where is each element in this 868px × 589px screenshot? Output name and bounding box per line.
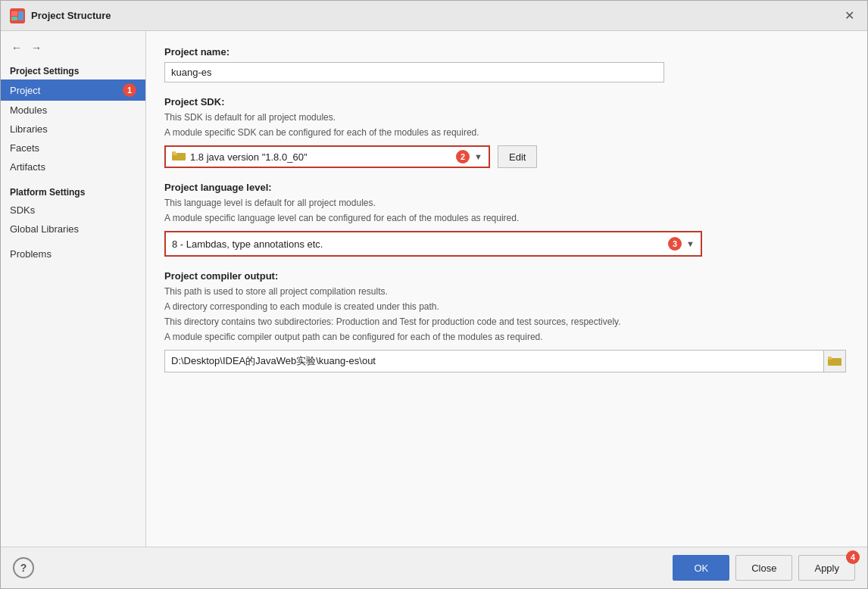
- project-lang-title: Project language level:: [164, 182, 849, 193]
- platform-settings-header: Platform Settings: [1, 182, 145, 201]
- sidebar-item-problems[interactable]: Problems: [1, 245, 145, 263]
- sidebar-item-global-libraries-label: Global Libraries: [10, 223, 79, 235]
- project-lang-desc2: A module specific language level can be …: [164, 211, 849, 225]
- sidebar-item-libraries-label: Libraries: [10, 123, 48, 135]
- sidebar: ← → Project Settings Project 1 Modules L…: [1, 31, 146, 547]
- svg-rect-1: [11, 17, 17, 20]
- bottom-left: ?: [13, 557, 34, 578]
- sidebar-item-problems-label: Problems: [10, 248, 52, 260]
- compiler-output-row: [164, 350, 849, 372]
- apply-button-wrap: Apply 4: [798, 555, 855, 581]
- help-button[interactable]: ?: [13, 557, 34, 578]
- lang-value-text: 8 - Lambdas, type annotations etc.: [172, 238, 657, 250]
- sidebar-divider-2: [1, 238, 145, 245]
- sidebar-item-facets-label: Facets: [10, 142, 39, 154]
- sidebar-item-artifacts[interactable]: Artifacts: [1, 157, 145, 176]
- compiler-output-input[interactable]: [164, 350, 823, 372]
- compiler-output-folder-button[interactable]: [823, 350, 846, 372]
- language-dropdown[interactable]: 8 - Lambdas, type annotations etc. 3 ▼: [164, 231, 702, 257]
- sidebar-item-artifacts-label: Artifacts: [10, 161, 45, 173]
- compiler-output-desc3: This directory contains two subdirectori…: [164, 315, 849, 329]
- svg-rect-2: [18, 11, 23, 20]
- project-sdk-title: Project SDK:: [164, 96, 849, 108]
- sidebar-divider-1: [1, 176, 145, 182]
- nav-arrows: ← →: [1, 37, 145, 61]
- sidebar-item-modules-label: Modules: [10, 104, 47, 116]
- sdk-folder-icon: [172, 151, 186, 164]
- title-bar-left: Project Structure: [10, 8, 111, 23]
- compiler-output-desc2: A directory corresponding to each module…: [164, 300, 849, 313]
- project-sdk-desc1: This SDK is default for all project modu…: [164, 111, 849, 124]
- sidebar-item-libraries[interactable]: Libraries: [1, 120, 145, 139]
- project-name-label: Project name:: [164, 46, 849, 58]
- sidebar-item-project[interactable]: Project 1: [1, 79, 145, 101]
- apply-badge: 4: [846, 550, 860, 564]
- project-structure-dialog: Project Structure ✕ ← → Project Settings…: [0, 0, 868, 589]
- sidebar-item-project-label: Project: [10, 85, 40, 96]
- project-lang-desc1: This language level is default for all p…: [164, 196, 849, 210]
- ok-button[interactable]: OK: [673, 555, 729, 581]
- sidebar-item-facets[interactable]: Facets: [1, 139, 145, 157]
- content-panel: Project name: Project SDK: This SDK is d…: [146, 31, 867, 547]
- sdk-edit-button[interactable]: Edit: [498, 145, 537, 168]
- lang-dropdown-arrow: ▼: [686, 239, 695, 248]
- sdk-dropdown-arrow: ▼: [474, 152, 482, 161]
- sidebar-item-global-libraries[interactable]: Global Libraries: [1, 220, 145, 238]
- sdk-value-text: 1.8 java version "1.8.0_60": [190, 151, 445, 163]
- project-sdk-desc2: A module specific SDK can be configured …: [164, 126, 849, 139]
- sdk-dropdown[interactable]: 1.8 java version "1.8.0_60" 2 ▼: [164, 145, 490, 168]
- svg-rect-0: [11, 11, 17, 16]
- sidebar-item-sdks-label: SDKs: [10, 204, 35, 216]
- bottom-bar: ? OK Close Apply 4: [1, 547, 867, 588]
- app-icon: [10, 8, 25, 23]
- main-content: ← → Project Settings Project 1 Modules L…: [1, 31, 867, 547]
- nav-forward-button[interactable]: →: [28, 40, 45, 55]
- sdk-row: 1.8 java version "1.8.0_60" 2 ▼ Edit: [164, 145, 849, 168]
- close-dialog-button[interactable]: ✕: [840, 7, 858, 25]
- bottom-right: OK Close Apply 4: [673, 555, 855, 581]
- project-settings-header: Project Settings: [1, 61, 145, 79]
- compiler-output-desc1: This path is used to store all project c…: [164, 285, 849, 298]
- sidebar-item-sdks[interactable]: SDKs: [1, 201, 145, 220]
- sidebar-item-project-badge: 1: [123, 83, 136, 97]
- svg-rect-7: [828, 357, 832, 360]
- lang-badge: 3: [668, 237, 682, 251]
- nav-back-button[interactable]: ←: [8, 40, 25, 55]
- project-name-input[interactable]: [164, 62, 664, 83]
- compiler-output-title: Project compiler output:: [164, 270, 849, 282]
- sidebar-item-modules[interactable]: Modules: [1, 101, 145, 120]
- close-button[interactable]: Close: [735, 555, 792, 581]
- svg-rect-5: [172, 151, 176, 154]
- dialog-title: Project Structure: [31, 10, 111, 21]
- title-bar: Project Structure ✕: [1, 1, 867, 31]
- compiler-output-desc4: A module specific compiler output path c…: [164, 330, 849, 344]
- sdk-badge: 2: [456, 150, 470, 164]
